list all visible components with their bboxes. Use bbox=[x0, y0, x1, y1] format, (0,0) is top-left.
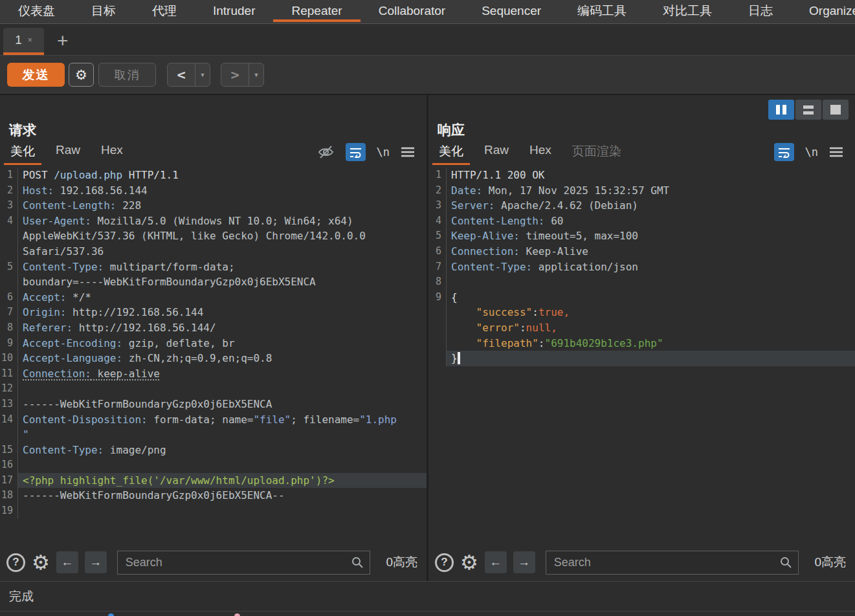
search-icon bbox=[351, 556, 364, 569]
response-tab-Hex[interactable]: Hex bbox=[523, 143, 558, 165]
columns-layout-button[interactable] bbox=[768, 100, 794, 120]
nav-tab-仪表盘[interactable]: 仪表盘 bbox=[0, 0, 73, 22]
chevron-down-icon: ▼ bbox=[254, 72, 260, 78]
request-line-16[interactable]: 16 bbox=[0, 457, 427, 473]
request-line-19[interactable]: 19 bbox=[0, 503, 427, 519]
response-line-wrap-9[interactable]: "success":true, bbox=[428, 305, 855, 320]
rows-layout-button[interactable] bbox=[795, 100, 821, 120]
nav-tab-Intruder[interactable]: Intruder bbox=[195, 0, 273, 22]
response-line-wrap-10[interactable]: "error":null, bbox=[428, 320, 855, 336]
request-line-6[interactable]: 6Accept: */* bbox=[0, 290, 427, 305]
response-search-input[interactable] bbox=[546, 551, 799, 575]
add-tab-button[interactable]: + bbox=[57, 29, 69, 52]
single-layout-button[interactable] bbox=[823, 100, 849, 120]
word-wrap-toggle[interactable] bbox=[346, 143, 366, 161]
editor-menu-icon[interactable] bbox=[401, 147, 415, 157]
response-line-2[interactable]: 2Date: Mon, 17 Nov 2025 15:32:57 GMT bbox=[428, 183, 855, 199]
response-line-9[interactable]: 9{ bbox=[428, 290, 855, 305]
request-line-9[interactable]: 9Accept-Encoding: gzip, deflate, br bbox=[0, 336, 427, 351]
line-number: 3 bbox=[0, 198, 18, 214]
previous-match-button[interactable]: ← bbox=[56, 551, 78, 573]
forward-button[interactable]: > bbox=[221, 63, 249, 86]
close-tab-icon[interactable]: × bbox=[28, 36, 32, 45]
request-line-18[interactable]: 18------WebKitFormBoundaryGzp0x0j6EbX5EN… bbox=[0, 488, 427, 503]
search-settings-gear-icon[interactable]: ⚙ bbox=[460, 553, 478, 573]
request-search-input[interactable] bbox=[117, 551, 371, 575]
request-line-10[interactable]: 10Accept-Language: zh-CN,zh;q=0.9,en;q=0… bbox=[0, 351, 427, 366]
response-view-tabs: 美化RawHex页面渲染 \n bbox=[428, 142, 855, 165]
send-button[interactable]: 发送 bbox=[7, 63, 65, 87]
request-line-wrap-17[interactable]: " bbox=[0, 427, 427, 443]
response-line-8[interactable]: 8 bbox=[428, 274, 855, 290]
nav-tab-Sequencer[interactable]: Sequencer bbox=[463, 0, 559, 22]
response-line-1[interactable]: 1HTTP/1.1 200 OK bbox=[428, 168, 855, 183]
request-settings-button[interactable]: ⚙ bbox=[69, 63, 94, 87]
response-editor[interactable]: 1HTTP/1.1 200 OK2Date: Mon, 17 Nov 2025 … bbox=[428, 168, 855, 549]
editor-menu-icon[interactable] bbox=[829, 147, 843, 157]
search-settings-gear-icon[interactable]: ⚙ bbox=[32, 553, 50, 573]
request-tab-Raw[interactable]: Raw bbox=[49, 143, 87, 165]
word-wrap-toggle[interactable] bbox=[774, 143, 794, 161]
show-newlines-toggle[interactable]: \n bbox=[805, 146, 818, 159]
request-line-8[interactable]: 8Referer: http://192.168.56.144/ bbox=[0, 320, 427, 336]
nav-tab-日志[interactable]: 日志 bbox=[730, 0, 791, 22]
response-line-4[interactable]: 4Content-Length: 60 bbox=[428, 214, 855, 229]
response-line-wrap-12[interactable]: } bbox=[428, 351, 855, 366]
previous-match-button[interactable]: ← bbox=[485, 551, 507, 573]
request-line-wrap-4[interactable]: AppleWebKit/537.36 (KHTML, like Gecko) C… bbox=[0, 228, 427, 244]
request-line-1[interactable]: 1POST /upload.php HTTP/1.1 bbox=[0, 168, 427, 183]
help-icon[interactable]: ? bbox=[435, 553, 454, 572]
nav-tab-Repeater[interactable]: Repeater bbox=[273, 0, 360, 22]
forward-history-dropdown[interactable]: ▼ bbox=[249, 63, 263, 86]
request-line-17[interactable]: 17<?php highlight_file('/var/www/html/up… bbox=[0, 473, 427, 489]
chevron-down-icon: ▼ bbox=[200, 72, 206, 78]
response-tab-Raw[interactable]: Raw bbox=[478, 143, 515, 165]
request-editor[interactable]: 1POST /upload.php HTTP/1.12Host: 192.168… bbox=[0, 168, 427, 549]
search-icon bbox=[779, 556, 792, 569]
left-arrow-icon: ← bbox=[61, 555, 73, 569]
response-line-7[interactable]: 7Content-Type: application/json bbox=[428, 259, 855, 275]
response-line-wrap-11[interactable]: "filepath":"691b4029b1ce3.php" bbox=[428, 336, 855, 351]
next-match-button[interactable]: → bbox=[513, 551, 535, 573]
back-button[interactable]: < bbox=[168, 63, 195, 86]
response-tab-页面渲染[interactable]: 页面渲染 bbox=[566, 143, 628, 165]
forward-button-group: > ▼ bbox=[221, 63, 264, 87]
response-line-5[interactable]: 5Keep-Alive: timeout=5, max=100 bbox=[428, 228, 855, 244]
response-line-3[interactable]: 3Server: Apache/2.4.62 (Debian) bbox=[428, 198, 855, 214]
request-line-3[interactable]: 3Content-Length: 228 bbox=[0, 198, 427, 214]
request-line-5[interactable]: 5Content-Type: multipart/form-data; bbox=[0, 259, 427, 275]
cancel-button[interactable]: 取消 bbox=[98, 63, 156, 87]
response-tab-美化[interactable]: 美化 bbox=[432, 143, 470, 165]
request-line-12[interactable]: 12 bbox=[0, 381, 427, 397]
request-line-15[interactable]: 15Content-Type: image/png bbox=[0, 443, 427, 458]
nav-tab-Collaborator[interactable]: Collaborator bbox=[361, 0, 464, 22]
show-newlines-toggle[interactable]: \n bbox=[377, 146, 390, 159]
request-line-4[interactable]: 4User-Agent: Mozilla/5.0 (Windows NT 10.… bbox=[0, 214, 427, 229]
repeater-session-tab-bar: 1 × + bbox=[0, 24, 855, 56]
request-tab-美化[interactable]: 美化 bbox=[4, 143, 41, 165]
next-match-button[interactable]: → bbox=[85, 551, 107, 573]
request-line-wrap-7[interactable]: boundary=----WebKitFormBoundaryGzp0x0j6E… bbox=[0, 274, 427, 290]
request-line-14[interactable]: 14Content-Disposition: form-data; name="… bbox=[0, 412, 427, 428]
nav-tab-Organizer[interactable]: Organizer bbox=[791, 0, 855, 22]
line-number: 18 bbox=[0, 488, 18, 503]
request-view-tabs: 美化RawHex \ bbox=[0, 142, 427, 165]
request-line-2[interactable]: 2Host: 192.168.56.144 bbox=[0, 183, 427, 199]
back-history-dropdown[interactable]: ▼ bbox=[195, 63, 210, 86]
nav-tab-代理[interactable]: 代理 bbox=[134, 0, 195, 22]
request-line-7[interactable]: 7Origin: http://192.168.56.144 bbox=[0, 305, 427, 320]
request-line-11[interactable]: 11Connection: keep-alive bbox=[0, 366, 427, 382]
nav-tab-编码工具[interactable]: 编码工具 bbox=[559, 0, 645, 22]
eye-off-icon[interactable] bbox=[317, 144, 335, 160]
nav-tab-对比工具[interactable]: 对比工具 bbox=[645, 0, 730, 22]
nav-tab-目标[interactable]: 目标 bbox=[73, 0, 134, 22]
request-response-split: 请求 美化RawHex bbox=[0, 95, 855, 581]
request-line-13[interactable]: 13------WebKitFormBoundaryGzp0x0j6EbX5EN… bbox=[0, 397, 427, 412]
request-tab-Hex[interactable]: Hex bbox=[94, 143, 129, 165]
help-icon[interactable]: ? bbox=[6, 553, 25, 572]
line-number: 2 bbox=[428, 183, 447, 199]
left-arrow-icon: ← bbox=[489, 555, 502, 569]
request-line-wrap-5[interactable]: Safari/537.36 bbox=[0, 244, 427, 259]
session-tab-1[interactable]: 1 × bbox=[3, 28, 44, 55]
response-line-6[interactable]: 6Connection: Keep-Alive bbox=[428, 244, 855, 259]
